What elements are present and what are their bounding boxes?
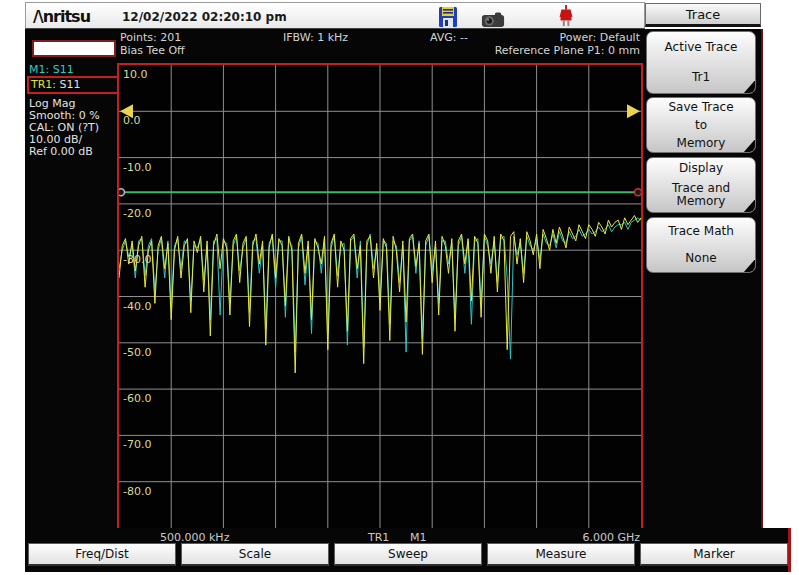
active-trace-tr1-label[interactable]: TR1: S11 <box>27 76 121 94</box>
status-points: Points: 201 <box>120 31 181 44</box>
softkey-line: Active Trace <box>665 41 738 54</box>
tr1-param: S11 <box>56 78 80 91</box>
status-power: Power: Default <box>500 31 640 44</box>
softkey-line: Save Trace <box>668 101 733 114</box>
y-axis-label: -40.0 <box>123 300 151 313</box>
camera-screenshot-icon[interactable] <box>481 9 505 31</box>
menu-title: Trace <box>645 3 761 27</box>
y-axis-label: -60.0 <box>123 392 151 405</box>
y-axis-label: -10.0 <box>123 161 151 174</box>
memory-m1-label: M1: S11 <box>29 63 74 76</box>
sidebar-item-ref: Ref 0.00 dB <box>29 145 93 158</box>
status-bias-tee: Bias Tee Off <box>120 44 185 57</box>
date-time: 12/02/2022 02:20:10 pm <box>122 10 287 24</box>
power-plug-icon <box>554 5 578 27</box>
softkey-line: None <box>685 252 716 265</box>
limit-line-right-handle <box>635 189 642 196</box>
active-trace-softkey[interactable]: Active Trace Tr1 <box>646 31 756 94</box>
y-axis-label: 10.0 <box>123 68 148 81</box>
ref-level-arrow-right <box>627 104 640 118</box>
softkey-line: Trace Math <box>668 225 734 238</box>
limit-line-left-handle <box>119 189 125 196</box>
status-reference-plane: Reference Plane P1: 0 mm <box>460 44 640 57</box>
top-bar: /\nritsu 12/02/2022 02:20:10 pm <box>25 2 645 29</box>
status-ifbw: IFBW: 1 kHz <box>283 31 348 44</box>
save-trace-to-memory-softkey[interactable]: Save Trace to Memory <box>646 97 756 153</box>
softkey-line: Memory <box>677 137 726 150</box>
softkey-line: Trace and Memory <box>647 182 755 208</box>
display-softkey[interactable]: Display Trace and Memory <box>646 157 756 213</box>
instrument-screen: /\nritsu 12/02/2022 02:20:10 pm Trace <box>0 0 799 575</box>
y-axis-label: -50.0 <box>123 346 151 359</box>
freq-dist-button[interactable]: Freq/Dist <box>28 543 176 566</box>
graticule-plot: 10.00.0-10.0-20.0-30.0-40.0-50.0-60.0-70… <box>117 63 643 530</box>
y-axis-label: 0.0 <box>123 114 141 127</box>
softkey-line: to <box>695 119 707 132</box>
y-axis-label: -70.0 <box>123 438 151 451</box>
sweep-button[interactable]: Sweep <box>334 543 482 566</box>
y-axis-label: -30.0 <box>123 253 151 266</box>
scale-button[interactable]: Scale <box>181 543 329 566</box>
floppy-save-icon[interactable] <box>436 6 460 28</box>
softkey-line: Display <box>679 162 723 175</box>
battery-indicator <box>32 40 116 57</box>
anritsu-logo: /\nritsu <box>33 7 90 26</box>
trace-plot-svg <box>119 65 641 528</box>
trace-math-softkey[interactable]: Trace Math None <box>646 217 756 273</box>
measure-button[interactable]: Measure <box>487 543 635 566</box>
y-axis-label: -80.0 <box>123 485 151 498</box>
tr1-tag: TR1: <box>31 78 56 91</box>
marker-button[interactable]: Marker <box>640 543 788 566</box>
status-avg: AVG: -- <box>430 31 468 44</box>
y-axis-label: -20.0 <box>123 207 151 220</box>
softkey-line: Tr1 <box>692 71 710 84</box>
